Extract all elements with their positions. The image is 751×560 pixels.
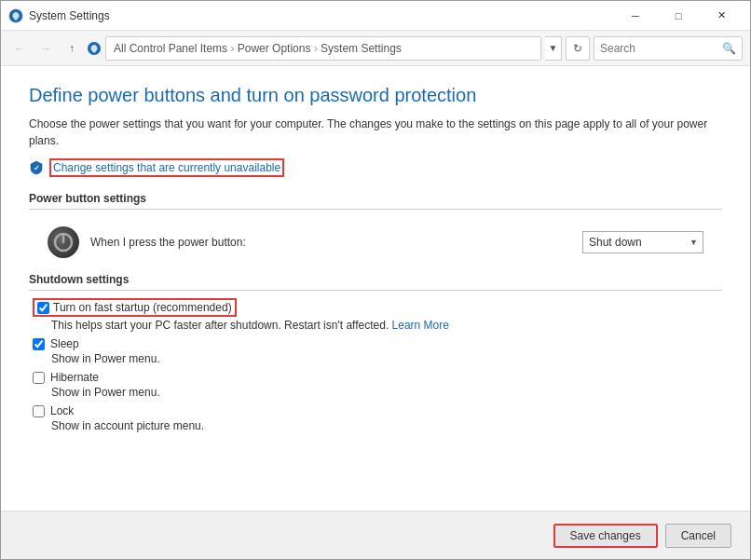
shutdown-item-sleep: Sleep Show in Power menu. — [29, 337, 722, 365]
change-settings-link[interactable]: Change settings that are currently unava… — [49, 158, 284, 177]
learn-more-link[interactable]: Learn More — [392, 319, 449, 332]
address-bar: ← → ↑ All Control Panel Items › Power Op… — [1, 31, 750, 66]
fast-startup-row: Turn on fast startup (recommended) — [33, 298, 722, 317]
lock-label: Lock — [50, 404, 74, 417]
up-button[interactable]: ↑ — [61, 37, 83, 60]
page-description: Choose the power settings that you want … — [29, 116, 722, 149]
footer: Save changes Cancel — [1, 511, 750, 559]
change-link-row: ✓ Change settings that are currently una… — [29, 158, 722, 177]
fast-startup-label: Turn on fast startup (recommended) — [53, 301, 232, 314]
system-settings-window: System Settings ─ □ ✕ ← → ↑ All Control … — [0, 0, 751, 560]
window-icon — [8, 8, 23, 23]
minimize-button[interactable]: ─ — [614, 1, 657, 31]
address-path: All Control Panel Items › Power Options … — [114, 42, 402, 55]
page-title: Define power buttons and turn on passwor… — [29, 85, 722, 106]
hibernate-checkbox[interactable] — [33, 372, 45, 384]
search-icon: 🔍 — [722, 42, 736, 55]
hibernate-desc: Show in Power menu. — [51, 386, 722, 399]
forward-button[interactable]: → — [34, 37, 57, 60]
sleep-row: Sleep — [33, 337, 722, 350]
back-button[interactable]: ← — [8, 37, 31, 60]
shield-icon: ✓ — [29, 160, 44, 175]
lock-checkbox[interactable] — [33, 405, 45, 417]
shutdown-item-fast-startup: Turn on fast startup (recommended) This … — [29, 298, 722, 332]
fast-startup-highlight: Turn on fast startup (recommended) — [33, 298, 237, 317]
hibernate-row: Hibernate — [33, 371, 722, 384]
power-button-section-header: Power button settings — [29, 192, 722, 210]
maximize-button[interactable]: □ — [657, 1, 700, 31]
close-button[interactable]: ✕ — [700, 1, 743, 31]
power-action-select-wrapper[interactable]: Shut down Sleep Hibernate Turn off the d… — [582, 231, 703, 253]
shutdown-section-header: Shutdown settings — [29, 273, 722, 291]
fast-startup-desc: This helps start your PC faster after sh… — [51, 319, 722, 332]
save-changes-button[interactable]: Save changes — [553, 524, 658, 548]
svg-text:✓: ✓ — [34, 164, 40, 172]
cancel-button[interactable]: Cancel — [665, 524, 731, 548]
refresh-button[interactable]: ↻ — [566, 36, 590, 61]
sleep-checkbox[interactable] — [33, 338, 45, 350]
power-button-label: When I press the power button: — [90, 236, 571, 249]
sleep-desc: Show in Power menu. — [51, 352, 722, 365]
sleep-label: Sleep — [50, 337, 79, 350]
power-button-row: When I press the power button: Shut down… — [29, 217, 722, 273]
address-dropdown[interactable]: ▼ — [545, 36, 562, 61]
power-action-select[interactable]: Shut down Sleep Hibernate Turn off the d… — [582, 231, 703, 253]
title-bar: System Settings ─ □ ✕ — [1, 1, 750, 31]
shutdown-item-lock: Lock Show in account picture menu. — [29, 404, 722, 432]
shutdown-section: Shutdown settings Turn on fast startup (… — [29, 273, 722, 438]
content-area: Define power buttons and turn on passwor… — [1, 66, 750, 511]
power-icon — [48, 226, 79, 258]
hibernate-label: Hibernate — [50, 371, 99, 384]
lock-row: Lock — [33, 404, 722, 417]
search-input[interactable] — [600, 42, 722, 55]
shutdown-item-hibernate: Hibernate Show in Power menu. — [29, 371, 722, 399]
fast-startup-checkbox[interactable] — [37, 302, 49, 314]
title-bar-controls: ─ □ ✕ — [614, 1, 743, 31]
address-icon — [87, 41, 102, 56]
search-box: 🔍 — [594, 36, 743, 61]
lock-desc: Show in account picture menu. — [51, 419, 722, 432]
title-bar-text: System Settings — [29, 9, 614, 22]
address-field[interactable]: All Control Panel Items › Power Options … — [105, 36, 541, 61]
